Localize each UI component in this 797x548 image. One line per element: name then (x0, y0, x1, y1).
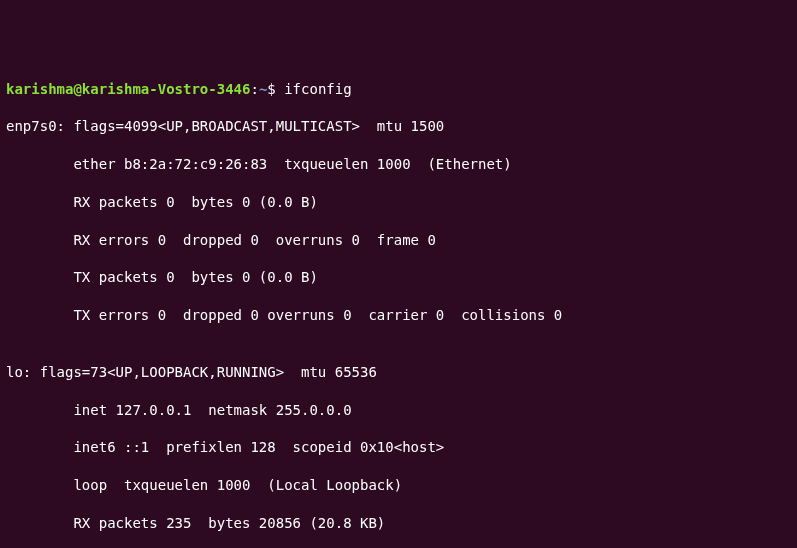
prompt-colon: : (250, 81, 258, 97)
command-ifconfig: ifconfig (284, 81, 351, 97)
prompt-user-host: karishma@karishma-Vostro-3446 (6, 81, 250, 97)
prompt-dollar: $ (267, 81, 284, 97)
output-enp7s0-tx-packets: TX packets 0 bytes 0 (0.0 B) (6, 268, 791, 287)
output-lo-rx-packets: RX packets 235 bytes 20856 (20.8 KB) (6, 514, 791, 533)
output-enp7s0-tx-errors: TX errors 0 dropped 0 overruns 0 carrier… (6, 306, 791, 325)
output-lo-header: lo: flags=73<UP,LOOPBACK,RUNNING> mtu 65… (6, 363, 791, 382)
output-enp7s0-header: enp7s0: flags=4099<UP,BROADCAST,MULTICAS… (6, 117, 791, 136)
prompt-line-1[interactable]: karishma@karishma-Vostro-3446:~$ ifconfi… (6, 80, 791, 99)
output-enp7s0-ether: ether b8:2a:72:c9:26:83 txqueuelen 1000 … (6, 155, 791, 174)
output-enp7s0-rx-errors: RX errors 0 dropped 0 overruns 0 frame 0 (6, 231, 791, 250)
output-lo-loop: loop txqueuelen 1000 (Local Loopback) (6, 476, 791, 495)
output-lo-inet6: inet6 ::1 prefixlen 128 scopeid 0x10<hos… (6, 438, 791, 457)
output-enp7s0-rx-packets: RX packets 0 bytes 0 (0.0 B) (6, 193, 791, 212)
output-lo-inet: inet 127.0.0.1 netmask 255.0.0.0 (6, 401, 791, 420)
